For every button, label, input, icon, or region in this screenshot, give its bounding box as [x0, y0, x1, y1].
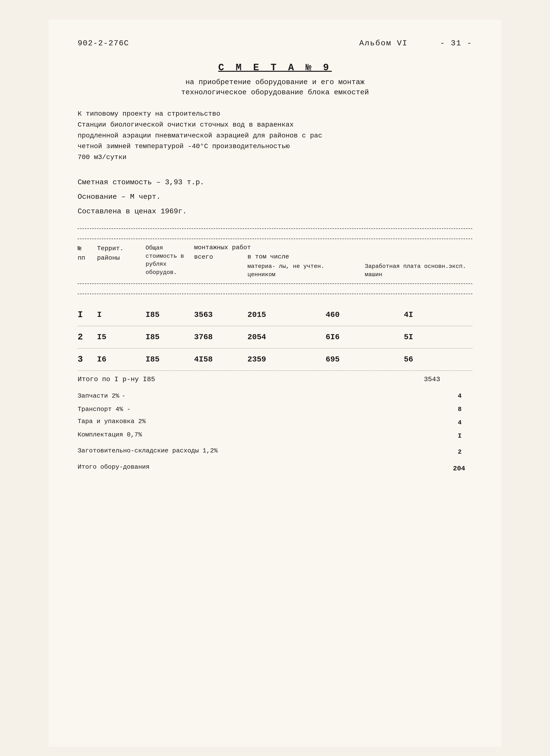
transport-val: 8 — [458, 404, 472, 415]
row1-vsego: 3563 — [194, 310, 238, 319]
row3-zarplata: 695 — [326, 355, 394, 364]
itogo-p-val: 3543 — [424, 376, 472, 383]
row2-extra: 5I — [404, 333, 472, 342]
table-row: 3 I6 I85 4I58 2359 695 56 — [78, 348, 472, 371]
desc-line2: Станции биологической очистки сточных во… — [78, 120, 472, 130]
table-header: №пп Террит. районы Общая стоимость в руб… — [78, 239, 472, 284]
zagotov-val: 2 — [458, 446, 472, 458]
title-section: С М Е Т А № 9 на приобретение оборудован… — [78, 62, 472, 97]
row2-montazh: 3768 2054 6I6 5I — [194, 333, 472, 342]
komplekt-label: Комплектация 0,7% — [78, 431, 142, 438]
row3-materia: 2359 — [247, 355, 316, 364]
meta-section: Сметная стоимость – 3,93 т.р. Основание … — [78, 175, 472, 219]
table-row: 2 I5 I85 3768 2054 6I6 5I — [78, 326, 472, 348]
composed-line: Составлена в ценах 1969г. — [78, 204, 472, 219]
row2-zarplata: 6I6 — [326, 333, 394, 342]
row1-materia: 2015 — [247, 310, 316, 319]
itogo-p-label: Итого по I р-ну I85 — [78, 376, 414, 383]
subtitle2: технологическое оборудование блока емкос… — [78, 88, 472, 97]
tara-label: Тара и упаковка 2% — [78, 418, 146, 425]
header-vtomchisle: в том числе материа- лы, не учтен. ценни… — [247, 253, 472, 279]
page-number: - 31 - — [440, 39, 472, 48]
row2-details: 2054 6I6 5I — [247, 333, 472, 342]
row3-details: 2359 695 56 — [247, 355, 472, 364]
montazh-label: монтажных работ — [194, 244, 472, 251]
header-sub-cols: материа- лы, не учтен. ценником Заработн… — [247, 262, 472, 279]
desc-line5: 700 м3/сутки — [78, 152, 472, 163]
album-info: Альбом VI - 31 - — [359, 39, 472, 48]
page: 902-2-276С Альбом VI - 31 - С М Е Т А № … — [48, 19, 502, 747]
tara-val: 4 — [458, 417, 472, 428]
subtitle1: на приобретение оборудование и его монта… — [78, 78, 472, 86]
row3-region: I6 — [97, 355, 145, 364]
itogo-obor-label: Итого обору-дования — [78, 463, 149, 471]
basis-line: Основание – М черт. — [78, 190, 472, 204]
komplekt-row: Комплектация 0,7% I — [78, 430, 472, 442]
row2-num: 2 — [78, 332, 97, 342]
desc-line4: четной зимней температурой -40°С произво… — [78, 141, 472, 152]
row1-region: I — [97, 310, 145, 319]
desc-line1: К типовому проекту на строительство — [78, 109, 472, 120]
montazh-sub-headers: всего в том числе материа- лы, не учтен.… — [194, 253, 472, 279]
row1-num: I — [78, 310, 97, 320]
cost-line: Сметная стоимость – 3,93 т.р. — [78, 175, 472, 190]
transport-label: Транспорт 4% - — [78, 406, 130, 413]
zapchasti-row: Запчасти 2% - 4 — [78, 390, 472, 402]
tara-row: Тара и упаковка 2% 4 — [78, 417, 472, 428]
album-label: Альбом VI — [359, 39, 408, 48]
description-section: К типовому проекту на строительство Стан… — [78, 109, 472, 163]
zapchasti-label: Запчасти 2% — [78, 390, 119, 402]
komplekt-val: I — [458, 430, 472, 442]
row3-vsego: 4I58 — [194, 355, 238, 364]
itogo-obor-val: 204 — [453, 463, 472, 475]
row2-region: I5 — [97, 333, 145, 342]
header-materia: материа- лы, не учтен. ценником — [247, 262, 355, 279]
row2-equip: I85 — [145, 333, 194, 342]
zapchasti-val: 4 — [458, 390, 472, 402]
table-row: I I I85 3563 2015 460 4I — [78, 304, 472, 326]
header-vsego: всего — [194, 253, 238, 279]
zagotov-label: Заготовительно-складские расходы 1,2% — [78, 447, 217, 454]
row1-equip: I85 — [145, 310, 194, 319]
doc-code: 902-2-276С — [78, 39, 129, 48]
header-zarplata: Заработная плата основн.эксп. машин — [365, 262, 473, 279]
transport-row: Транспорт 4% - 8 — [78, 404, 472, 415]
header-bottom-divider — [78, 294, 472, 294]
header: 902-2-276С Альбом VI - 31 - — [78, 39, 472, 48]
top-divider — [78, 228, 472, 229]
header-num: №пп — [78, 244, 97, 263]
sub-items: Запчасти 2% - 4 Транспорт 4% - 8 Тара и … — [78, 388, 472, 482]
row1-details: 2015 460 4I — [247, 310, 472, 319]
desc-line3: продленной аэрации пневматической аэраци… — [78, 130, 472, 141]
row1-extra: 4I — [404, 310, 472, 319]
row3-equip: I85 — [145, 355, 194, 364]
row3-num: 3 — [78, 354, 97, 364]
row1-zarplata: 460 — [326, 310, 394, 319]
main-title: С М Е Т А № 9 — [78, 62, 472, 73]
itogo-obor-row: Итого обору-дования 204 — [78, 463, 472, 475]
header-montazh-group: монтажных работ всего в том числе матери… — [194, 244, 472, 279]
header-equip: Общая стоимость в рубляхоборудов. — [145, 244, 194, 276]
zagotov-row: Заготовительно-складские расходы 1,2% 2 — [78, 446, 472, 458]
itogo-p-row: Итого по I р-ну I85 3543 — [78, 371, 472, 388]
row1-montazh: 3563 2015 460 4I — [194, 310, 472, 319]
row3-montazh: 4I58 2359 695 56 — [194, 355, 472, 364]
row3-extra: 56 — [404, 355, 472, 364]
main-table: №пп Террит. районы Общая стоимость в руб… — [78, 228, 472, 482]
row2-vsego: 3768 — [194, 333, 238, 342]
row2-materia: 2054 — [247, 333, 316, 342]
header-region: Террит. районы — [97, 244, 145, 263]
